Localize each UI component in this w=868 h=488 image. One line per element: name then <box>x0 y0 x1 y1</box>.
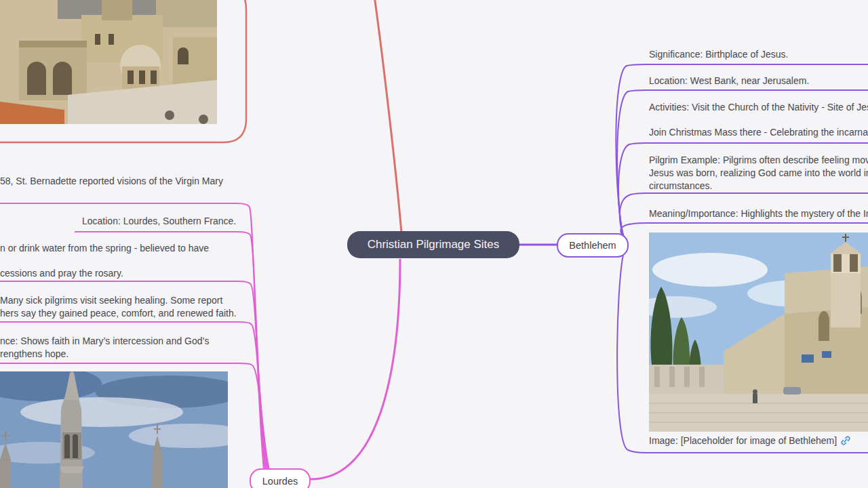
central-topic-node[interactable]: Christian Pilgrimage Sites <box>347 231 519 258</box>
bethlehem-meaning-node[interactable]: Meaning/Importance: Highlights the myste… <box>649 207 868 220</box>
link-icon[interactable] <box>840 435 851 446</box>
bethlehem-image-caption-text: Image: [Placeholder for image of Bethleh… <box>649 435 837 446</box>
jerusalem-photo[interactable] <box>0 0 217 124</box>
bethlehem-pilgrim-line1: Pilgrim Example: Pilgrims often describe… <box>649 154 868 167</box>
bethlehem-activities-node[interactable]: Activities: Visit the Church of the Nati… <box>649 101 868 139</box>
bethlehem-significance-node[interactable]: Significance: Birthplace of Jesus. <box>649 48 788 61</box>
bethlehem-pilgrim-node[interactable]: Pilgrim Example: Pilgrims often describe… <box>649 154 868 192</box>
bethlehem-label: Bethlehem <box>569 240 616 251</box>
lourdes-pilgrim-line2: hers say they gained peace, comfort, and… <box>0 307 237 320</box>
lourdes-pilgrim-line1: Many sick pilgrims visit seeking healing… <box>0 294 237 307</box>
bethlehem-photo[interactable] <box>649 232 868 432</box>
lourdes-location-node[interactable]: Location: Lourdes, Southern France. <box>82 215 236 228</box>
lourdes-activities-line1[interactable]: n or drink water from the spring - belie… <box>0 242 209 255</box>
lourdes-meaning-line1: nce: Shows faith in Mary’s intercession … <box>0 335 209 348</box>
lourdes-pilgrim-node[interactable]: Many sick pilgrims visit seeking healing… <box>0 294 237 320</box>
lourdes-significance-node[interactable]: 58, St. Bernadette reported visions of t… <box>0 175 223 188</box>
bethlehem-pilgrim-line3: circumstances. <box>649 180 868 192</box>
connector-center-jerusalem <box>374 0 401 232</box>
lourdes-node[interactable]: Lourdes <box>250 468 311 488</box>
bethlehem-pilgrim-line2: Jesus was born, realizing God came into … <box>649 167 868 180</box>
bethlehem-image-caption[interactable]: Image: [Placeholder for image of Bethleh… <box>649 435 851 446</box>
lourdes-meaning-line2: rengthens hope. <box>0 348 209 361</box>
central-topic-label: Christian Pilgrimage Sites <box>368 238 500 251</box>
bethlehem-node[interactable]: Bethlehem <box>557 233 629 258</box>
mindmap-canvas: Christian Pilgrimage Sites Bethlehem Lou… <box>0 0 868 488</box>
lourdes-label: Lourdes <box>262 476 298 487</box>
bethlehem-activities-line2: Join Christmas Mass there - Celebrating … <box>649 126 868 139</box>
lourdes-activities-line2[interactable]: cessions and pray the rosary. <box>0 267 123 280</box>
connector-center-lourdes <box>311 259 400 479</box>
bethlehem-activities-line1: Activities: Visit the Church of the Nati… <box>649 101 868 114</box>
lourdes-photo[interactable] <box>0 371 228 488</box>
lourdes-meaning-node[interactable]: nce: Shows faith in Mary’s intercession … <box>0 335 209 361</box>
bethlehem-location-node[interactable]: Location: West Bank, near Jerusalem. <box>649 75 809 87</box>
